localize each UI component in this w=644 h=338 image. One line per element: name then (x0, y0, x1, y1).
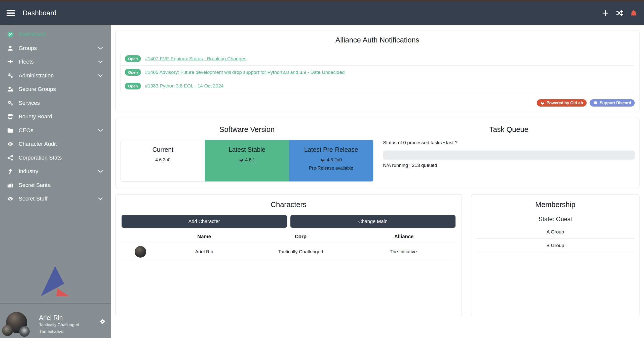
column-header-corp: Corp (249, 234, 352, 239)
cell-character-corp: Tactically Challenged (249, 249, 352, 255)
character-portrait (135, 246, 146, 258)
eye-icon (7, 140, 16, 148)
version-label: Latest Stable (205, 146, 289, 153)
chevron-down-icon (97, 59, 104, 65)
status-badge: Open (125, 55, 141, 62)
gitlab-tanuki-icon (320, 158, 325, 162)
notifications-panel: Alliance Auth Notifications Open #1407 E… (115, 30, 639, 111)
main-content: Alliance Auth Notifications Open #1407 E… (111, 25, 644, 338)
discord-badge-label: Support Discord (600, 101, 631, 105)
sidebar-item-label: Bounty Board (19, 113, 52, 120)
version-current-box: Current 4.6.2a0 (121, 140, 205, 181)
sidebar-item-label: Secure Groups (19, 86, 56, 92)
characters-table: Name Corp Alliance Ariel Rin Tactically … (122, 231, 456, 261)
sidebar-item-industry[interactable]: Industry (0, 165, 111, 178)
software-version-title: Software Version (116, 125, 378, 134)
sidebar-item-label: CEOs (19, 127, 33, 134)
notification-link[interactable]: #1407 EVE Equinox Status - Breaking Chan… (145, 56, 246, 62)
version-stable-box: Latest Stable 4.6.1 (205, 140, 289, 181)
table-row: Ariel Rin Tactically Challenged The Init… (122, 242, 456, 261)
sidebar-item-secure-groups[interactable]: Secure Groups (0, 82, 111, 96)
chevron-down-icon (97, 196, 104, 202)
sidebar-item-secret-santa[interactable]: Secret Santa (0, 178, 111, 192)
gitlab-tanuki-icon (239, 158, 244, 162)
sidebar: Dashboard Groups Fleets (0, 25, 111, 338)
add-character-icon[interactable] (602, 9, 609, 17)
sidebar-divider (0, 303, 111, 304)
sidebar-item-label: Administration (19, 72, 54, 79)
sidebar-item-label: Secret Santa (19, 182, 51, 188)
sidebar-item-fleets[interactable]: Fleets (0, 55, 111, 69)
characters-title: Characters (116, 201, 462, 209)
gitlab-badge-label: Powered by GitLab (547, 101, 583, 105)
notifications-list: Open #1407 EVE Equinox Status - Breaking… (121, 52, 634, 93)
sidebar-item-label: Dashboard (19, 31, 46, 38)
fighter-jet-icon (7, 58, 16, 65)
version-boxes: Current 4.6.2a0 Latest Stable 4.6.1 Late… (121, 140, 373, 182)
user-alliance: The Initiative. (39, 329, 64, 334)
software-version-section: Software Version Current 4.6.2a0 Latest … (116, 118, 378, 188)
membership-state: State: Guest (471, 216, 639, 223)
membership-title: Membership (471, 201, 639, 209)
support-discord-badge[interactable]: Support Discord (590, 99, 635, 107)
sidebar-item-secret-stuff[interactable]: Secret Stuff (0, 192, 111, 206)
task-queue-title: Task Queue (378, 125, 639, 134)
user-icon (7, 45, 16, 52)
alliance-auth-logo (40, 265, 70, 297)
notifications-title: Alliance Auth Notifications (116, 36, 639, 44)
version-number: 4.6.2a0 (327, 157, 342, 163)
sidebar-item-label: Secret Stuff (19, 196, 48, 202)
task-queue-counts: N/A running | 213 queued (383, 163, 437, 168)
change-main-button[interactable]: Change Main (290, 215, 456, 228)
sidebar-item-label: Corporation Stats (19, 155, 62, 161)
notification-item: Open #1383 Python 3.8 EOL - 14 Oct 2024 (121, 79, 634, 93)
shuffle-icon[interactable] (616, 9, 623, 17)
gears-icon (7, 100, 16, 107)
menu-toggle-icon[interactable] (7, 10, 15, 17)
add-character-button[interactable]: Add Character (122, 215, 287, 228)
chevron-down-icon (97, 168, 104, 175)
table-header-row: Name Corp Alliance (122, 231, 456, 242)
membership-panel: Membership State: Guest A Group B Group (471, 194, 639, 316)
group-list-item: B Group (476, 239, 635, 252)
page-title: Dashboard (23, 9, 57, 17)
notification-item: Open #1407 EVE Equinox Status - Breaking… (121, 52, 634, 66)
characters-panel: Characters Add Character Change Main Nam… (115, 194, 462, 316)
notifications-bell-icon[interactable] (630, 9, 637, 17)
notification-link[interactable]: #1405 Advisory: Future development will … (145, 70, 345, 75)
hammer-icon (7, 168, 16, 175)
sidebar-item-character-audit[interactable]: Character Audit (0, 137, 111, 151)
sidebar-item-ceos[interactable]: CEOs (0, 124, 111, 137)
navbar: Dashboard (0, 2, 644, 25)
chevron-down-icon (97, 127, 104, 134)
chevron-down-icon (97, 72, 104, 79)
notification-link[interactable]: #1383 Python 3.8 EOL - 14 Oct 2024 (145, 83, 223, 89)
sidebar-item-dashboard[interactable]: Dashboard (0, 28, 111, 41)
status-badge: Open (125, 69, 141, 76)
version-number: 4.6.1 (245, 157, 255, 163)
powered-by-gitlab-badge[interactable]: Powered by GitLab (537, 99, 587, 107)
cell-character-name: Ariel Rin (159, 249, 249, 255)
sidebar-item-groups[interactable]: Groups (0, 41, 111, 55)
task-queue-progress-bar (383, 151, 635, 160)
membership-groups-list: A Group B Group (476, 225, 635, 252)
user-settings-gear-icon[interactable] (99, 318, 106, 325)
task-queue-status: Status of 0 processed tasks • last ? (383, 140, 458, 146)
sidebar-item-label: Groups (19, 45, 37, 52)
sidebar-item-label: Fleets (19, 59, 34, 65)
cell-character-alliance: The Initiative. (352, 249, 456, 255)
corp-logo-avatar (2, 325, 13, 336)
sidebar-item-administration[interactable]: Administration (0, 69, 111, 83)
task-queue-section: Task Queue Status of 0 processed tasks •… (378, 118, 639, 188)
folder-icon (7, 127, 16, 134)
gitlab-icon (540, 101, 545, 105)
sidebar-item-label: Character Audit (19, 141, 57, 147)
sidebar-item-services[interactable]: Services (0, 96, 111, 110)
sidebar-item-bounty-board[interactable]: Bounty Board (0, 110, 111, 124)
user-name: Ariel Rin (39, 314, 63, 321)
gears-icon (7, 72, 16, 79)
eye-icon (7, 195, 16, 202)
sidebar-item-corporation-stats[interactable]: Corporation Stats (0, 151, 111, 165)
version-number: 4.6.2a0 (155, 157, 170, 163)
version-label: Latest Pre-Release (289, 146, 373, 153)
